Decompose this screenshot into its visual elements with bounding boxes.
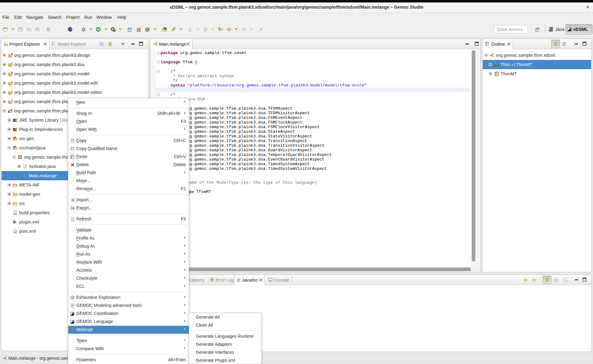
svg-text:Gr: Gr [128,27,131,30]
svg-text:C: C [146,28,149,31]
svg-text:J: J [552,27,553,30]
